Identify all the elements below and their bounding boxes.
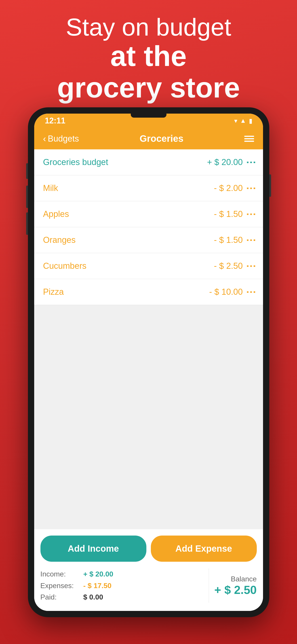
- balance-section: Balance + $ 2.50: [214, 568, 257, 603]
- headline-section: Stay on budget at the grocery store: [0, 14, 297, 104]
- phone-mute-button: [26, 163, 28, 179]
- screen-title: Groceries: [140, 133, 184, 144]
- budget-item-menu-dots[interactable]: ⋮: [248, 158, 254, 167]
- income-value: + $ 20.00: [83, 568, 113, 580]
- headline-line1: Stay on budget: [13, 14, 284, 40]
- budget-item-name: Pizza: [43, 287, 209, 297]
- wifi-icon: ▾: [234, 117, 237, 124]
- budget-item-name: Cucumbers: [43, 261, 214, 271]
- battery-icon: ▮: [249, 117, 252, 124]
- back-button[interactable]: ‹ Budgets: [43, 134, 79, 144]
- budget-item-amount: + $ 20.00: [207, 158, 243, 167]
- budget-row-apples: Apples - $ 1.50 ⋮: [34, 201, 263, 227]
- budget-row-milk: Milk - $ 2.00 ⋮: [34, 175, 263, 201]
- back-label: Budgets: [48, 134, 79, 144]
- budget-item-menu-dots[interactable]: ⋮: [248, 262, 254, 271]
- empty-content-area: [34, 305, 263, 529]
- bottom-action-bar: Add Income Add Expense Income: + $ 20.00…: [34, 529, 263, 611]
- balance-label: Balance: [231, 575, 257, 583]
- budget-item-name: Oranges: [43, 235, 214, 245]
- budget-item-amount: - $ 1.50: [214, 235, 243, 245]
- budget-item-amount: - $ 2.50: [214, 261, 243, 271]
- budget-item-amount: - $ 1.50: [214, 209, 243, 219]
- phone-volume-down-button: [26, 212, 28, 235]
- app-header: ‹ Budgets Groceries: [34, 128, 263, 149]
- budget-item-amount: - $ 2.00: [214, 183, 243, 193]
- budget-row-groceries-budget: Groceries budget + $ 20.00 ⋮: [34, 149, 263, 175]
- paid-value: $ 0.00: [83, 592, 103, 603]
- budget-item-menu-dots[interactable]: ⋮: [248, 210, 254, 219]
- budget-item-name: Groceries budget: [43, 158, 207, 167]
- budget-list: Groceries budget + $ 20.00 ⋮ Milk - $ 2.…: [34, 149, 263, 305]
- expenses-summary-row: Expenses: - $ 17.50: [40, 580, 204, 592]
- budget-item-amount: - $ 10.00: [209, 287, 243, 297]
- income-summary-row: Income: + $ 20.00: [40, 568, 204, 580]
- signal-icon: ▲: [240, 117, 246, 124]
- budget-item-menu-dots[interactable]: ⋮: [248, 184, 254, 193]
- headline-line2: at the: [13, 40, 284, 72]
- add-expense-button[interactable]: Add Expense: [151, 536, 257, 562]
- action-buttons-row: Add Income Add Expense: [34, 529, 263, 566]
- summary-left: Income: + $ 20.00 Expenses: - $ 17.50 Pa…: [40, 568, 204, 603]
- paid-label: Paid:: [40, 592, 81, 603]
- phone-shell: 12:11 ▾ ▲ ▮ ‹ Budgets Groceries: [28, 107, 269, 617]
- headline-line3: grocery store: [13, 72, 284, 104]
- add-income-button[interactable]: Add Income: [40, 536, 146, 562]
- balance-value: + $ 2.50: [214, 583, 257, 596]
- budget-row-oranges: Oranges - $ 1.50 ⋮: [34, 227, 263, 253]
- status-time: 12:11: [45, 116, 65, 126]
- phone-notch: [131, 111, 167, 118]
- phone-screen: 12:11 ▾ ▲ ▮ ‹ Budgets Groceries: [34, 114, 263, 611]
- phone-device: 12:11 ▾ ▲ ▮ ‹ Budgets Groceries: [28, 107, 269, 617]
- phone-power-button: [269, 174, 271, 197]
- status-icons: ▾ ▲ ▮: [234, 117, 252, 124]
- paid-summary-row: Paid: $ 0.00: [40, 592, 204, 603]
- expenses-label: Expenses:: [40, 580, 81, 592]
- budget-row-cucumbers: Cucumbers - $ 2.50 ⋮: [34, 253, 263, 279]
- phone-volume-up-button: [26, 186, 28, 208]
- expenses-value: - $ 17.50: [83, 580, 111, 592]
- budget-item-menu-dots[interactable]: ⋮: [248, 287, 254, 297]
- budget-row-pizza: Pizza - $ 10.00 ⋮: [34, 279, 263, 305]
- summary-divider: [209, 568, 209, 603]
- budget-item-name: Apples: [43, 209, 214, 219]
- summary-bar: Income: + $ 20.00 Expenses: - $ 17.50 Pa…: [34, 566, 263, 611]
- budget-item-menu-dots[interactable]: ⋮: [248, 236, 254, 245]
- menu-button[interactable]: [244, 134, 254, 143]
- budget-item-name: Milk: [43, 183, 214, 193]
- back-arrow-icon: ‹: [43, 134, 46, 144]
- income-label: Income:: [40, 568, 81, 580]
